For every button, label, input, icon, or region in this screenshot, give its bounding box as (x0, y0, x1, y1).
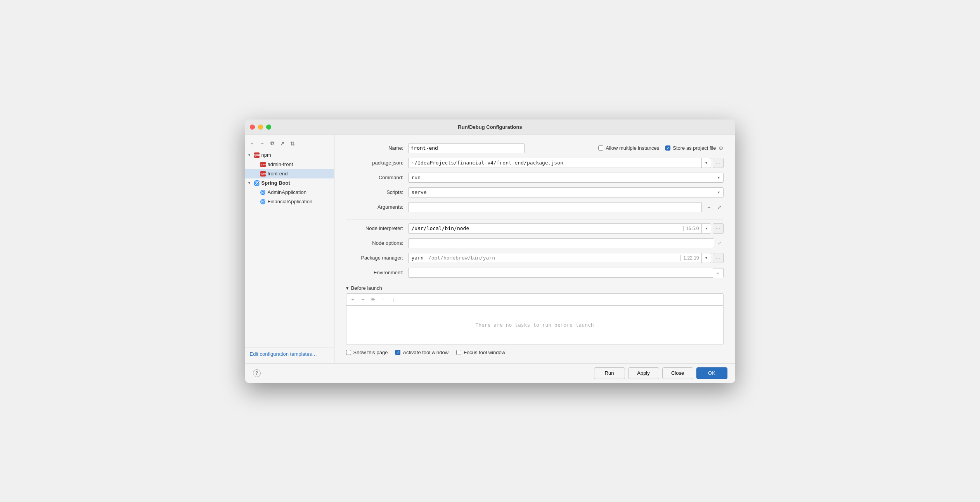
command-label: Command: (346, 175, 408, 180)
scripts-control: serve ▾ (408, 187, 724, 197)
spring-icon: 🌀 (254, 180, 260, 186)
package-manager-browse-button[interactable]: ··· (713, 253, 724, 263)
maximize-traffic-light[interactable] (266, 125, 271, 130)
footer-right: Run Apply Close OK (594, 367, 727, 379)
edit-config-link[interactable]: Edit configuration templates… (245, 348, 334, 360)
scripts-select[interactable]: serve ▾ (408, 187, 724, 197)
package-manager-row: Package manager: yarn /opt/homebrew/bin/… (346, 253, 724, 263)
front-end-npm-icon: npm (260, 171, 266, 177)
arguments-add-icon[interactable]: + (705, 203, 713, 211)
section-separator (346, 220, 724, 220)
run-debug-dialog: Run/Debug Configurations + − ⧉ ↗ ⇅ ▾ npm… (245, 119, 735, 383)
admin-front-npm-icon: npm (260, 161, 266, 168)
node-interpreter-row: Node interpreter: /usr/local/bin/node 16… (346, 223, 724, 234)
sidebar-item-admin-front[interactable]: npm admin-front (245, 160, 334, 169)
before-launch-collapse-icon: ▾ (346, 285, 349, 291)
node-interpreter-arrow-icon[interactable]: ▾ (701, 224, 711, 233)
spring-group-label: Spring Boot (261, 180, 290, 186)
package-manager-path: /opt/homebrew/bin/yarn (427, 255, 681, 261)
arguments-expand-icon[interactable]: ⤢ (715, 203, 724, 211)
admin-front-label: admin-front (268, 161, 293, 167)
command-control: run ▾ (408, 173, 724, 183)
environment-control: ≡ (408, 268, 724, 278)
focus-tool-checkbox[interactable] (456, 350, 461, 355)
minimize-traffic-light[interactable] (258, 125, 263, 130)
dialog-body: + − ⧉ ↗ ⇅ ▾ npm npm npm admin-front (245, 135, 735, 363)
sort-config-button[interactable]: ⇅ (289, 140, 296, 147)
bottom-options: Show this page ✓ Activate tool window Fo… (346, 350, 724, 355)
before-launch-edit-icon[interactable]: ✏ (369, 295, 377, 304)
package-json-label: package.json: (346, 160, 408, 166)
package-manager-version: 1.22.19 (680, 255, 701, 261)
sidebar-item-front-end[interactable]: npm front-end (245, 169, 334, 178)
node-interpreter-browse-button[interactable]: ··· (713, 223, 724, 234)
before-launch-remove-icon[interactable]: − (359, 295, 367, 304)
environment-input[interactable] (409, 268, 713, 277)
node-options-expand-icon[interactable]: ⤢ (716, 239, 724, 247)
apply-button[interactable]: Apply (628, 367, 659, 379)
main-content: Name: Allow multiple instances ✓ Store a… (334, 135, 735, 363)
remove-config-button[interactable]: − (258, 140, 266, 147)
name-control: Allow multiple instances ✓ Store as proj… (408, 143, 724, 153)
ok-button[interactable]: OK (696, 367, 727, 379)
command-select[interactable]: run ▾ (408, 173, 724, 183)
run-button[interactable]: Run (594, 367, 625, 379)
before-launch-up-icon[interactable]: ↑ (379, 295, 388, 304)
node-interpreter-select[interactable]: /usr/local/bin/node 16.5.0 ▾ (408, 223, 711, 234)
add-config-button[interactable]: + (248, 140, 256, 147)
arguments-buttons: + ⤢ (705, 203, 724, 211)
package-json-browse-button[interactable]: ··· (713, 158, 724, 168)
before-launch-add-icon[interactable]: + (349, 295, 357, 304)
scripts-arrow-icon[interactable]: ▾ (714, 188, 723, 197)
arguments-label: Arguments: (346, 204, 408, 210)
scripts-value: serve (409, 189, 714, 195)
titlebar: Run/Debug Configurations (245, 119, 735, 135)
package-manager-arrow-icon[interactable]: ▾ (701, 253, 711, 263)
activate-tool-checkbox[interactable]: ✓ (395, 350, 400, 355)
before-launch-header[interactable]: ▾ Before launch (346, 285, 724, 291)
gear-icon[interactable]: ⚙ (719, 145, 724, 151)
node-options-row: Node options: ⤢ (346, 238, 724, 249)
close-button[interactable]: Close (662, 367, 693, 379)
npm-group-label: npm (261, 152, 271, 158)
name-input[interactable] (408, 143, 525, 153)
before-launch-empty-message: There are no tasks to run before launch (346, 306, 723, 344)
package-manager-select[interactable]: yarn /opt/homebrew/bin/yarn 1.22.19 ▾ (408, 253, 711, 263)
scripts-row: Scripts: serve ▾ (346, 187, 724, 198)
allow-multiple-checkbox[interactable] (598, 145, 603, 151)
sidebar-item-financial-app[interactable]: 🌀 FinancialApplication (245, 197, 334, 206)
store-as-project-checkbox-checked[interactable]: ✓ (665, 145, 670, 151)
environment-list-icon[interactable]: ≡ (713, 268, 723, 278)
help-button[interactable]: ? (253, 369, 261, 377)
spring-arrow-icon: ▾ (248, 181, 252, 185)
before-launch-label: Before launch (351, 285, 382, 291)
node-options-input[interactable] (408, 238, 714, 248)
package-json-select[interactable]: ~/IdeaProjects/financial-v4/front-end/pa… (408, 158, 711, 168)
financial-app-label: FinancialApplication (268, 199, 313, 204)
command-arrow-icon[interactable]: ▾ (714, 173, 723, 182)
sidebar-item-npm[interactable]: ▾ npm npm (245, 151, 334, 160)
before-launch-down-icon[interactable]: ↓ (389, 295, 398, 304)
moveout-config-button[interactable]: ↗ (279, 140, 286, 147)
sidebar-item-admin-app[interactable]: 🌀 AdminApplication (245, 188, 334, 197)
sidebar-item-spring-boot[interactable]: ▾ 🌀 Spring Boot (245, 178, 334, 188)
front-end-label: front-end (268, 171, 288, 177)
close-traffic-light[interactable] (250, 125, 255, 130)
admin-app-label: AdminApplication (268, 189, 306, 195)
package-json-control: ~/IdeaProjects/financial-v4/front-end/pa… (408, 158, 724, 168)
name-row: Name: Allow multiple instances ✓ Store a… (346, 143, 724, 154)
dialog-title: Run/Debug Configurations (458, 124, 522, 130)
show-page-checkbox[interactable] (346, 350, 351, 355)
copy-config-button[interactable]: ⧉ (268, 140, 276, 147)
admin-app-spring-icon: 🌀 (260, 189, 266, 196)
allow-multiple-label: Allow multiple instances (598, 145, 659, 151)
npm-arrow-icon: ▾ (248, 153, 252, 157)
before-launch-body: + − ✏ ↑ ↓ There are no tasks to run befo… (346, 293, 724, 345)
arguments-row: Arguments: + ⤢ (346, 202, 724, 213)
header-options: Allow multiple instances ✓ Store as proj… (598, 145, 723, 151)
package-json-arrow-icon[interactable]: ▾ (701, 158, 711, 168)
npm-icon: npm (254, 152, 260, 158)
arguments-control: + ⤢ (408, 202, 724, 212)
arguments-input[interactable] (408, 202, 702, 212)
scripts-label: Scripts: (346, 189, 408, 195)
